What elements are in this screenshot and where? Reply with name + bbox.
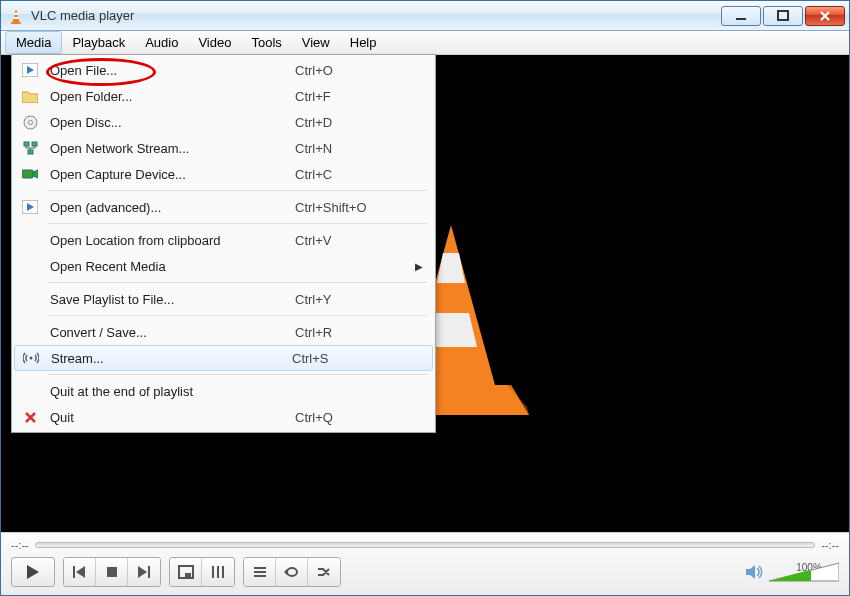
svg-rect-24 [73, 566, 75, 578]
vlc-icon [7, 7, 25, 25]
volume-area: 100% [745, 562, 839, 583]
playlist-button[interactable] [244, 558, 276, 586]
svg-rect-3 [11, 22, 21, 24]
menu-item-label: Open Folder... [42, 89, 295, 104]
menu-item-shortcut: Ctrl+Q [295, 410, 415, 425]
menu-item-quit[interactable]: QuitCtrl+Q [12, 404, 435, 430]
menu-item-shortcut: Ctrl+S [292, 351, 412, 366]
menu-item-shortcut: Ctrl+R [295, 325, 415, 340]
menu-item-open-network-stream[interactable]: Open Network Stream...Ctrl+N [12, 135, 435, 161]
menu-item-label: Open Network Stream... [42, 141, 295, 156]
svg-rect-18 [22, 170, 33, 178]
svg-rect-34 [254, 567, 266, 569]
menu-item-shortcut: Ctrl+C [295, 167, 415, 182]
svg-rect-30 [185, 573, 191, 577]
submenu-arrow-icon: ▶ [415, 261, 425, 272]
svg-marker-37 [284, 569, 287, 575]
svg-rect-5 [778, 11, 788, 20]
menu-item-convert-save[interactable]: Convert / Save...Ctrl+R [12, 319, 435, 345]
menu-item-label: Stream... [43, 351, 292, 366]
svg-rect-15 [24, 142, 29, 146]
next-button[interactable] [128, 558, 160, 586]
menu-item-open-disc[interactable]: Open Disc...Ctrl+D [12, 109, 435, 135]
menu-item-label: Open Location from clipboard [42, 233, 295, 248]
menu-item-open-folder[interactable]: Open Folder...Ctrl+F [12, 83, 435, 109]
play-file-icon [18, 200, 42, 214]
menu-tools[interactable]: Tools [241, 32, 291, 53]
mute-button[interactable] [745, 564, 763, 580]
menu-media[interactable]: Media [5, 31, 62, 54]
svg-marker-19 [33, 170, 38, 178]
svg-rect-4 [736, 18, 746, 20]
menu-separator [48, 374, 427, 375]
svg-rect-31 [212, 566, 214, 578]
volume-slider[interactable] [769, 561, 839, 583]
network-icon [18, 141, 42, 156]
menu-item-open-capture-device[interactable]: Open Capture Device...Ctrl+C [12, 161, 435, 187]
stop-button[interactable] [96, 558, 128, 586]
playlist-group [243, 557, 341, 587]
menu-separator [48, 315, 427, 316]
menu-item-stream[interactable]: Stream...Ctrl+S [14, 345, 433, 371]
menu-item-save-playlist-to-file[interactable]: Save Playlist to File...Ctrl+Y [12, 286, 435, 312]
close-button[interactable] [805, 6, 845, 26]
play-button[interactable] [11, 557, 55, 587]
menu-separator [48, 190, 427, 191]
menu-view[interactable]: View [292, 32, 340, 53]
seek-slider[interactable] [35, 542, 816, 548]
menu-item-open-advanced[interactable]: Open (advanced)...Ctrl+Shift+O [12, 194, 435, 220]
maximize-button[interactable] [763, 6, 803, 26]
svg-rect-16 [32, 142, 37, 146]
menu-item-label: Open (advanced)... [42, 200, 295, 215]
menu-playback[interactable]: Playback [62, 32, 135, 53]
menu-item-label: Save Playlist to File... [42, 292, 295, 307]
menu-video[interactable]: Video [188, 32, 241, 53]
svg-marker-38 [746, 565, 755, 579]
menu-item-label: Open File... [42, 63, 295, 78]
bottom-toolbar: --:-- --:-- [1, 532, 849, 595]
time-total: --:-- [821, 539, 839, 551]
svg-rect-2 [13, 17, 18, 19]
play-file-icon [18, 63, 42, 77]
menu-item-open-location-from-clipboard[interactable]: Open Location from clipboardCtrl+V [12, 227, 435, 253]
menu-item-quit-at-the-end-of-playlist[interactable]: Quit at the end of playlist [12, 378, 435, 404]
menu-item-shortcut: Ctrl+Y [295, 292, 415, 307]
svg-point-22 [30, 357, 33, 360]
svg-point-14 [28, 120, 32, 124]
menu-item-label: Open Recent Media [42, 259, 295, 274]
menu-item-open-recent-media[interactable]: Open Recent Media▶ [12, 253, 435, 279]
menu-item-label: Open Disc... [42, 115, 295, 130]
titlebar: VLC media player [1, 1, 849, 31]
playback-group [63, 557, 161, 587]
fullscreen-button[interactable] [170, 558, 202, 586]
capture-icon [18, 168, 42, 180]
menubar: Media Playback Audio Video Tools View He… [1, 31, 849, 55]
menu-help[interactable]: Help [340, 32, 387, 53]
quit-icon [18, 411, 42, 424]
extended-settings-button[interactable] [202, 558, 234, 586]
menu-item-open-file[interactable]: Open File...Ctrl+O [12, 57, 435, 83]
svg-rect-17 [28, 150, 33, 154]
menu-item-shortcut: Ctrl+Shift+O [295, 200, 415, 215]
svg-marker-27 [138, 566, 147, 578]
menu-audio[interactable]: Audio [135, 32, 188, 53]
shuffle-button[interactable] [308, 558, 340, 586]
media-menu-dropdown: Open File...Ctrl+OOpen Folder...Ctrl+FOp… [11, 54, 436, 433]
svg-rect-33 [222, 566, 224, 578]
svg-marker-7 [437, 253, 465, 283]
svg-marker-25 [76, 566, 85, 578]
menu-item-shortcut: Ctrl+F [295, 89, 415, 104]
minimize-button[interactable] [721, 6, 761, 26]
seek-row: --:-- --:-- [11, 539, 839, 551]
svg-marker-23 [27, 565, 39, 579]
svg-rect-35 [254, 571, 266, 573]
svg-rect-26 [107, 567, 117, 577]
svg-rect-28 [148, 566, 150, 578]
stream-icon [19, 352, 43, 364]
folder-icon [18, 90, 42, 103]
menu-item-label: Open Capture Device... [42, 167, 295, 182]
previous-button[interactable] [64, 558, 96, 586]
view-group [169, 557, 235, 587]
menu-separator [48, 223, 427, 224]
loop-button[interactable] [276, 558, 308, 586]
